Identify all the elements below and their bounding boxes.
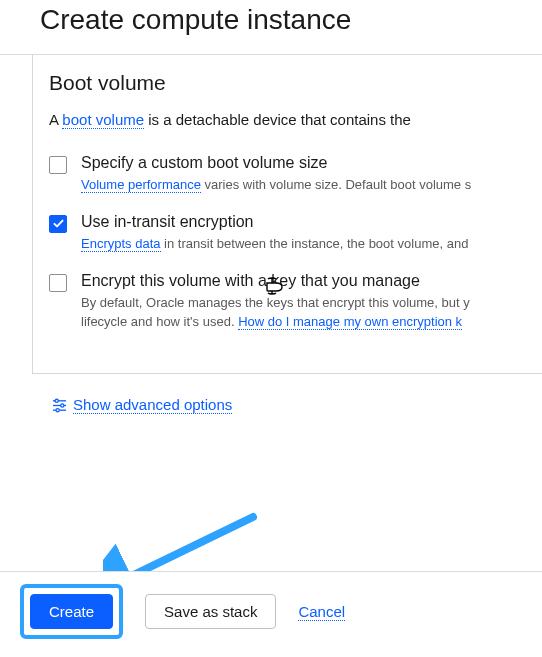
- svg-point-5: [56, 408, 59, 411]
- boot-volume-panel: Boot volume A boot volume is a detachabl…: [32, 55, 542, 374]
- encrypts-data-link[interactable]: Encrypts data: [81, 236, 161, 252]
- boot-volume-intro: A boot volume is a detachable device tha…: [49, 111, 542, 128]
- sliders-icon: [52, 398, 67, 413]
- checkbox-custom-size[interactable]: [49, 156, 67, 174]
- svg-point-1: [55, 399, 58, 402]
- option-desc: Encrypts data in transit between the ins…: [81, 235, 468, 254]
- create-highlight: Create: [20, 584, 123, 639]
- cancel-link[interactable]: Cancel: [298, 603, 345, 621]
- create-button[interactable]: Create: [30, 594, 113, 629]
- option-desc: Volume performance varies with volume si…: [81, 176, 471, 195]
- section-title: Boot volume: [49, 71, 542, 95]
- manage-keys-link[interactable]: How do I manage my own encryption k: [238, 314, 462, 330]
- option-desc: By default, Oracle manages the keys that…: [81, 294, 470, 332]
- footer-actions: Create Save as stack Cancel: [0, 571, 542, 657]
- option-label: Use in-transit encryption: [81, 213, 468, 231]
- volume-performance-link[interactable]: Volume performance: [81, 177, 201, 193]
- svg-point-3: [61, 404, 64, 407]
- save-as-stack-button[interactable]: Save as stack: [145, 594, 276, 629]
- page-title: Create compute instance: [40, 4, 530, 36]
- boot-volume-link[interactable]: boot volume: [62, 111, 144, 129]
- option-label: Specify a custom boot volume size: [81, 154, 471, 172]
- checkbox-in-transit-encryption[interactable]: [49, 215, 67, 233]
- option-label: Encrypt this volume with a key that you …: [81, 272, 470, 290]
- show-advanced-link[interactable]: Show advanced options: [73, 396, 232, 414]
- checkbox-customer-managed-key[interactable]: [49, 274, 67, 292]
